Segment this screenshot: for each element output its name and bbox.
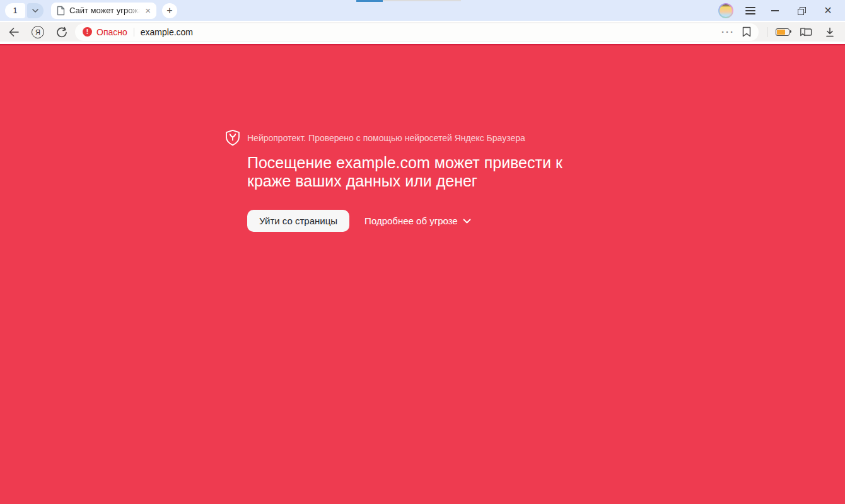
browser-menu-icon[interactable] (745, 7, 755, 14)
toolbar: Я ! Опасно example.com ··· (0, 22, 845, 42)
minimize-button[interactable] (762, 0, 788, 21)
more-actions-icon[interactable]: ··· (721, 26, 735, 37)
top-accent-blue-bar (356, 0, 383, 2)
download-icon (824, 26, 836, 38)
toolbar-divider (767, 27, 767, 37)
downloads-button[interactable] (824, 26, 836, 38)
window-controls-area: ✕ (718, 0, 845, 21)
action-row: Уйти со страницы Подробнее об угрозе (247, 210, 562, 232)
refresh-icon (56, 26, 67, 38)
restore-button[interactable] (788, 0, 815, 21)
new-tab-button[interactable]: + (162, 3, 177, 18)
battery-saver-icon[interactable] (776, 28, 790, 36)
close-icon: ✕ (824, 6, 832, 16)
chevron-down-icon (463, 219, 471, 224)
page-title: Посещение example.com может привести к к… (247, 154, 562, 190)
protect-shield-icon (224, 129, 241, 147)
threat-details-label: Подробнее об угрозе (364, 215, 458, 226)
profile-avatar[interactable] (718, 3, 733, 18)
top-accent-gray-bar (383, 0, 461, 1)
chevron-down-icon (32, 9, 38, 13)
protect-row: Нейропротект. Проверено с помощью нейрос… (224, 129, 562, 147)
document-page-icon (57, 6, 65, 16)
refresh-button[interactable] (55, 26, 68, 38)
tab-counter: 1 (5, 3, 44, 18)
back-arrow-icon (8, 27, 20, 37)
browser-window: 1 Сайт может угрожать б × + (0, 0, 845, 504)
close-window-button[interactable]: ✕ (815, 0, 841, 21)
warning-content: Нейропротект. Проверено с помощью нейрос… (224, 129, 562, 232)
yandex-home-button[interactable]: Я (32, 26, 44, 38)
tab-count-button[interactable]: 1 (5, 3, 25, 18)
avatar-image (720, 4, 732, 17)
leave-page-button[interactable]: Уйти со страницы (247, 210, 349, 232)
tab-list-dropdown-button[interactable] (27, 3, 44, 18)
tab-close-icon[interactable]: × (145, 6, 151, 15)
tab-active[interactable]: Сайт может угрожать б × (51, 3, 156, 19)
url-text[interactable]: example.com (141, 27, 193, 37)
side-panel-icon (800, 26, 812, 38)
danger-badge-icon[interactable]: ! (83, 27, 92, 37)
tab-title: Сайт может угрожать б (69, 6, 140, 15)
danger-status-label[interactable]: Опасно (96, 27, 127, 37)
page-title-line2: краже ваших данных или денег (247, 172, 562, 190)
restore-icon (798, 7, 805, 14)
threat-details-link[interactable]: Подробнее об угрозе (364, 215, 471, 226)
back-button[interactable] (8, 26, 20, 38)
yandex-logo-icon: Я (32, 26, 44, 38)
side-panel-button[interactable] (800, 26, 812, 38)
url-divider (134, 28, 134, 37)
minimize-icon (771, 10, 779, 11)
security-warning-page: Нейропротект. Проверено с помощью нейрос… (0, 44, 845, 504)
bookmark-flag-icon[interactable] (742, 26, 751, 37)
address-bar[interactable]: ! Опасно example.com ··· (75, 23, 759, 41)
protect-note: Нейропротект. Проверено с помощью нейрос… (247, 133, 525, 143)
tab-bar: 1 Сайт может угрожать б × + (0, 0, 845, 21)
page-title-line1: Посещение example.com может привести к (247, 154, 562, 172)
